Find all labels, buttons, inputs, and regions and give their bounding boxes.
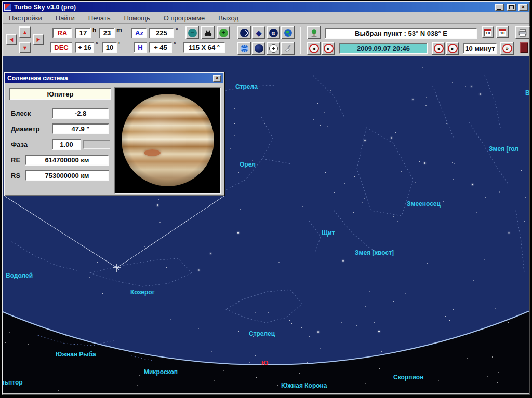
pan-left-button[interactable]: ◄ [6,34,17,45]
zoom-out-icon: − [188,29,197,37]
earth-toggle-button[interactable] [281,26,295,39]
ra-hours-unit: h [92,26,96,34]
earth-icon [284,29,292,37]
binoculars-icon [204,29,212,37]
sky-map[interactable]: СтрелаВЗмея [голОрелЗмееносецЩитЗмея [хв… [3,56,529,393]
menu-item-6[interactable]: Выход [218,14,238,22]
calendar-button-1[interactable]: 10 [482,26,494,38]
dialog-field-row: RS753000000 км [4,170,113,182]
pan-down-button[interactable]: ▼ [19,42,31,53]
planets-toggle-button[interactable] [252,42,265,55]
menu-item-4[interactable]: Помощь [124,14,150,22]
app-icon [4,4,11,11]
alt-unit: ° [174,41,176,48]
grid-globe-icon [240,44,249,53]
field-value: -2.8 [52,108,109,119]
date-forward-icon: ▸ [324,44,334,53]
field-value: 1.00 [52,139,81,150]
pan-right-button[interactable]: ► [33,34,44,45]
dialog-close-button[interactable]: × [213,75,221,82]
alt-label: H [134,42,147,53]
right-arrow-icon: ► [36,37,42,43]
close-icon: × [522,5,525,10]
sun-toggle-button[interactable] [267,42,280,55]
time-back-button[interactable]: ◂ [432,42,445,55]
coordinate-grid-toggle-button[interactable] [237,42,251,55]
time-forward-button[interactable]: ▸ [446,42,459,55]
date-back-button[interactable]: ◂ [307,42,321,55]
field-value: 753000000 км [25,170,109,181]
field-value: 614700000 км [25,155,109,166]
menu-bar: НастройкиНайтиПечатьПомощьО программеВых… [3,12,529,24]
time-forward-icon: ▸ [448,44,458,53]
deep-sky-toggle-button[interactable]: ◆ [252,26,265,39]
alpha-icon: α [269,29,278,37]
print-button[interactable] [515,26,530,39]
title-bar[interactable]: Turbo Sky v3.0 (pro) × [3,2,529,12]
phase-extra-box [83,140,110,149]
maximize-button[interactable] [507,4,516,11]
brush-icon [284,44,292,53]
field-label: Фаза [11,141,28,148]
up-arrow-icon: ▲ [22,30,28,35]
moon-toggle-button[interactable] [237,26,251,39]
ra-label: RA [52,28,72,38]
dialog-title: Солнечная система [7,75,68,82]
dialog-field-row: Диаметр47.9 " [4,123,113,135]
app-window: Turbo Sky v3.0 (pro) × НастройкиНайтиПеч… [2,1,530,395]
close-button[interactable]: × [518,4,528,11]
time-back-icon: ◂ [434,44,444,53]
minimize-button[interactable] [495,4,504,11]
calendar-button-2[interactable]: 10 [496,26,509,38]
animate-button[interactable]: » [500,42,514,55]
ra-minutes-unit: m [116,26,122,34]
dec-degrees-field[interactable]: + 16 [75,42,94,53]
az-field[interactable]: 225 [149,28,174,38]
alt-field[interactable]: + 45 [149,42,172,53]
date-forward-button[interactable]: ▸ [322,42,335,55]
jupiter-image [122,94,214,186]
moon-icon [240,29,249,37]
time-step-field[interactable]: 10 минут [463,43,497,54]
object-name-field: Юпитер [9,88,111,100]
zoom-in-icon: + [219,29,228,37]
zoom-in-button[interactable]: + [217,26,230,39]
menu-item-1[interactable]: Настройки [9,14,42,22]
printer-icon [518,29,527,37]
ra-hours-field[interactable]: 17 [75,28,91,38]
menu-item-5[interactable]: О программе [164,14,205,22]
selected-point-field[interactable]: Выбран пункт : 53° N 038° E [325,28,477,39]
minimize-icon [497,9,501,10]
fov-field[interactable]: 115 X 64 ° [183,42,225,53]
clear-sky-button[interactable] [281,42,295,55]
pan-up-button[interactable]: ▲ [19,26,31,38]
date-back-icon: ◂ [309,44,319,53]
zoom-out-button[interactable]: − [185,26,199,39]
diamond-icon: ◆ [256,29,262,37]
solar-system-dialog: Солнечная система × Юпитер Блеск-2.8Диам… [4,72,225,196]
menu-item-2[interactable]: Найти [56,14,75,22]
left-arrow-icon: ◄ [9,37,15,43]
find-button[interactable] [201,26,215,39]
stop-button[interactable] [520,42,528,53]
dialog-field-row: RE614700000 км [4,155,113,166]
field-label: Диаметр [11,125,39,133]
dialog-field-row: Блеск-2.8 [4,108,113,119]
ra-minutes-field[interactable]: 23 [99,28,115,38]
dialog-field-row: Фаза1.00 [4,139,113,150]
dialog-title-bar[interactable]: Солнечная система × [5,73,223,83]
tree-icon [310,29,318,37]
window-title: Turbo Sky v3.0 (pro) [14,4,492,11]
field-label: RE [11,156,20,164]
sun-icon [269,44,278,53]
observer-location-button[interactable] [307,26,321,39]
planet-photo-panel [114,87,221,194]
dec-label: DEC [50,42,72,53]
datetime-field[interactable]: 2009.09.07 20:46 [339,43,428,54]
field-label: RS [11,172,20,180]
menu-item-3[interactable]: Печать [88,14,111,22]
dialog-close-icon: × [216,76,219,81]
dec-minutes-field[interactable]: 10 [102,42,117,53]
star-names-toggle-button[interactable]: α [267,26,280,39]
az-unit: ° [176,26,178,34]
